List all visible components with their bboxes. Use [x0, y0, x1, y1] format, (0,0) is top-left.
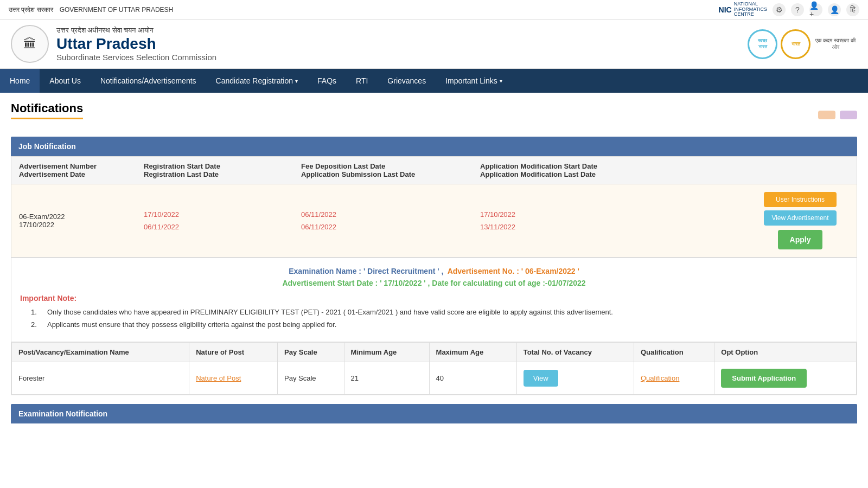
ek-kadam-text: एक कदम स्वच्छता की ओर — [814, 37, 857, 50]
advert-info-cell: 06-Exam/2022 17/10/2022 — [19, 213, 138, 229]
vacancy-table: Post/Vacancy/Examination Name Nature of … — [11, 342, 857, 395]
vacancy-table-head: Post/Vacancy/Examination Name Nature of … — [12, 343, 857, 362]
vacancy-table-wrap: Post/Vacancy/Examination Name Nature of … — [11, 342, 857, 395]
notification-table: Advertisement Number Advertisement Date … — [11, 156, 857, 258]
info-section: Examination Name : ' Direct Recruitment … — [11, 258, 857, 342]
purple-button[interactable] — [840, 111, 857, 119]
nav-candidate-registration[interactable]: Candidate Registration ▾ — [206, 69, 308, 93]
swachh-logo: स्वच्छभारत — [748, 29, 777, 59]
td-min-age: 21 — [344, 362, 429, 395]
qualification-link[interactable]: Qualification — [641, 374, 680, 382]
nav-rti[interactable]: RTI — [346, 69, 378, 93]
note-list: 1. Only those candidates who have appear… — [20, 308, 848, 329]
add-user-icon[interactable]: 👤+ — [809, 3, 822, 16]
nav-faqs[interactable]: FAQs — [308, 69, 346, 93]
th-post-name: Post/Vacancy/Examination Name — [12, 343, 189, 362]
nav-home[interactable]: Home — [0, 69, 40, 93]
settings-icon[interactable]: ⚙ — [773, 3, 786, 16]
col-mod-header: Application Modification Start Date Appl… — [480, 162, 746, 178]
exam-notification-header: Examination Notification — [11, 404, 857, 423]
advert-no-label: Advertisement No. : ' 06-Exam/2022 ' — [448, 267, 579, 275]
td-total-vacancy: View — [516, 362, 634, 395]
site-header: 🏛 उत्तर प्रदेश अधीनस्थ सेवा चयन आयोग Utt… — [0, 20, 868, 69]
td-pay-scale: Pay Scale — [278, 362, 344, 395]
user-instructions-button[interactable]: User Instructions — [764, 192, 836, 207]
hindi-gov-text: उत्तर प्रदेश सरकार — [9, 6, 53, 14]
job-notification-header: Job Notification — [11, 137, 857, 156]
col-actions-header — [751, 162, 849, 178]
important-links-arrow: ▾ — [500, 78, 502, 84]
mod-dates-cell: 17/10/2022 13/11/2022 — [480, 208, 746, 234]
view-advertisement-button[interactable]: View Advertisement — [764, 210, 836, 226]
reg-dates-cell: 17/10/2022 06/11/2022 — [144, 208, 296, 234]
th-pay-scale: Pay Scale — [278, 343, 344, 362]
th-min-age: Minimum Age — [344, 343, 429, 362]
td-qualification: Qualification — [634, 362, 714, 395]
nic-text: NIC — [719, 5, 732, 14]
col-fee-header: Fee Deposition Last Date Application Sub… — [301, 162, 475, 178]
notif-data-row: 06-Exam/2022 17/10/2022 17/10/2022 06/11… — [11, 184, 857, 258]
hindi-org-title: उत्तर प्रदेश अधीनस्थ सेवा चयन आयोग — [56, 26, 216, 35]
th-total-vacancy: Total No. of Vacancy — [516, 343, 634, 362]
th-max-age: Maximum Age — [429, 343, 516, 362]
hindi-toggle-icon[interactable]: हि — [846, 3, 859, 16]
main-nav: Home About Us Notifications/Advertisemen… — [0, 69, 868, 93]
gov-bar-left: उत्तर प्रदेश सरकार GOVERNMENT OF UTTAR P… — [9, 6, 173, 14]
nav-grievances[interactable]: Grievances — [378, 69, 436, 93]
nature-of-post-link[interactable]: Nature of Post — [196, 374, 241, 382]
bharat-logo: भारत — [781, 29, 810, 59]
notif-header-row: Advertisement Number Advertisement Date … — [11, 157, 857, 184]
submit-application-button[interactable]: Submit Application — [721, 369, 807, 388]
exam-name-label: Examination Name : ' Direct Recruitment … — [289, 267, 445, 275]
th-qualification: Qualification — [634, 343, 714, 362]
col-reg-header: Registration Start Date Registration Las… — [144, 162, 296, 178]
help-icon[interactable]: ? — [791, 3, 804, 16]
page-title: Notifications — [11, 101, 83, 119]
exam-info-line1: Examination Name : ' Direct Recruitment … — [20, 267, 848, 275]
vacancy-view-button[interactable]: View — [524, 370, 558, 387]
nic-sub-text: NATIONALINFORMATICSCENTRE — [734, 2, 767, 18]
vacancy-table-body: Forester Nature of Post Pay Scale 21 40 … — [12, 362, 857, 395]
account-icon[interactable]: 👤 — [828, 3, 841, 16]
fee-dates-cell: 06/11/2022 06/11/2022 — [301, 208, 475, 234]
th-nature-of-post: Nature of Post — [189, 343, 278, 362]
logo-symbol: 🏛 — [23, 36, 36, 52]
actions-cell: User Instructions View Advertisement App… — [751, 192, 849, 249]
english-gov-text: GOVERNMENT OF UTTAR PRADESH — [60, 6, 174, 14]
th-opt-option: Opt Option — [714, 343, 857, 362]
td-max-age: 40 — [429, 362, 516, 395]
nav-notifications[interactable]: Notifications/Advertisements — [91, 69, 206, 93]
note-item-1: 1. Only those candidates who have appear… — [25, 308, 848, 316]
peach-button[interactable] — [818, 111, 835, 119]
important-note-title: Important Note: — [20, 294, 848, 303]
vacancy-header-row: Post/Vacancy/Examination Name Nature of … — [12, 343, 857, 362]
gov-bar: उत्तर प्रदेश सरकार GOVERNMENT OF UTTAR P… — [0, 0, 868, 20]
gov-bar-right: NIC NATIONALINFORMATICSCENTRE ⚙ ? 👤+ 👤 ह… — [719, 2, 859, 18]
note-item-2: 2. Applicants must ensure that they poss… — [25, 320, 848, 329]
col-advert-header: Advertisement Number Advertisement Date — [19, 162, 138, 178]
title-row: Notifications — [11, 101, 857, 128]
nav-about-us[interactable]: About Us — [40, 69, 91, 93]
vacancy-row-forester: Forester Nature of Post Pay Scale 21 40 … — [12, 362, 857, 395]
org-sub-title: Subordinate Services Selection Commissio… — [56, 53, 216, 62]
candidate-reg-arrow: ▾ — [295, 78, 298, 84]
org-logo: 🏛 — [11, 25, 49, 63]
td-nature-of-post: Nature of Post — [189, 362, 278, 395]
exam-info-line2: Advertisement Start Date : ' 17/10/2022 … — [20, 279, 848, 287]
nav-important-links[interactable]: Important Links ▾ — [436, 69, 512, 93]
header-left: 🏛 उत्तर प्रदेश अधीनस्थ सेवा चयन आयोग Utt… — [11, 25, 216, 63]
td-post-name: Forester — [12, 362, 189, 395]
header-text-block: उत्तर प्रदेश अधीनस्थ सेवा चयन आयोग Uttar… — [56, 26, 216, 62]
apply-button[interactable]: Apply — [778, 230, 823, 249]
header-right-logos: स्वच्छभारत भारत एक कदम स्वच्छता की ओर — [748, 29, 857, 59]
nic-logo: NIC NATIONALINFORMATICSCENTRE — [719, 2, 767, 18]
td-opt-option: Submit Application — [714, 362, 857, 395]
title-buttons — [818, 111, 857, 119]
page-content: Notifications Job Notification Advertise… — [0, 93, 868, 432]
org-main-title: Uttar Pradesh — [56, 35, 216, 53]
